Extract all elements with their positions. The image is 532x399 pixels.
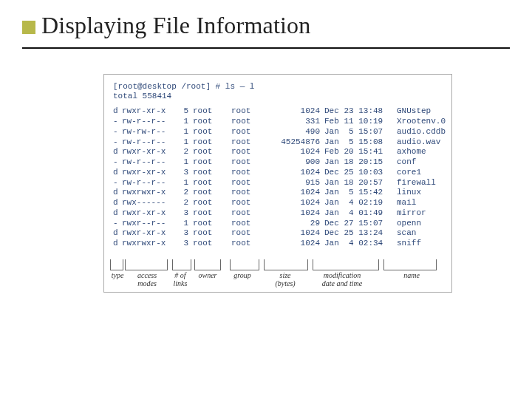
cell-perm: rw-rw-r-- xyxy=(120,127,172,137)
cell-name: conf xyxy=(392,157,443,168)
cell-name: audio.wav xyxy=(392,137,443,148)
label-perm: access modes xyxy=(126,271,168,287)
cell-group: root xyxy=(222,117,271,127)
file-row: -rw-r--r--1rootroot900Jan 18 20:15conf xyxy=(113,157,443,168)
cell-group: root xyxy=(222,188,271,198)
cell-name: mail xyxy=(392,198,443,208)
cell-date: Dec 25 13:24 xyxy=(320,228,392,239)
cell-group: root xyxy=(222,219,271,229)
cell-group: root xyxy=(222,106,271,117)
cell-perm: rwxr-xr-x xyxy=(120,147,172,157)
terminal-listing: [root@desktop /root] # ls — l total 5584… xyxy=(103,74,452,293)
cell-links: 1 xyxy=(172,219,188,229)
shell-prompt: [root@desktop /root] # ls — l xyxy=(113,82,443,92)
cell-type: d xyxy=(113,168,120,178)
cell-owner: root xyxy=(188,239,222,249)
cell-name: GNUstep xyxy=(392,106,443,117)
cell-owner: root xyxy=(188,168,222,178)
cell-size: 1024 xyxy=(271,239,320,249)
column-labels: type access modes # of links owner group… xyxy=(109,271,447,287)
cell-name: openn xyxy=(392,219,443,229)
cell-type: d xyxy=(113,228,120,239)
cell-group: root xyxy=(222,157,271,168)
cell-size: 331 xyxy=(271,117,320,127)
file-row: drwxr-xr-x3rootroot1024Dec 25 10:03core1 xyxy=(113,168,443,178)
cell-perm: rwxr-xr-x xyxy=(120,168,172,178)
cell-links: 3 xyxy=(172,168,188,178)
cell-group: root xyxy=(222,198,271,208)
file-row: drwxrwxr-x3rootroot1024Jan 4 02:34sniff xyxy=(113,239,443,249)
cell-name: mirror xyxy=(392,208,443,219)
cell-type: d xyxy=(113,106,120,117)
cell-name: audio.cddb xyxy=(392,127,446,137)
cell-size: 900 xyxy=(271,157,320,168)
total-line: total 558414 xyxy=(113,92,443,101)
file-row: -rw-r--r--1rootroot331Feb 11 10:19Xroote… xyxy=(113,117,443,127)
cell-name: linux xyxy=(392,188,443,198)
cell-type: - xyxy=(113,157,120,168)
cell-name: core1 xyxy=(392,168,443,178)
cell-perm: rwxr--r-- xyxy=(120,219,172,229)
cell-owner: root xyxy=(188,106,222,117)
cell-perm: rwx------ xyxy=(120,198,172,208)
cell-type: - xyxy=(113,219,120,229)
label-owner: owner xyxy=(193,271,222,287)
cell-links: 1 xyxy=(172,127,188,137)
cell-links: 2 xyxy=(172,188,188,198)
cell-name: firewall xyxy=(392,178,443,188)
cell-perm: rw-r--r-- xyxy=(120,117,172,127)
cell-size: 45254876 xyxy=(271,137,320,148)
cell-type: d xyxy=(113,208,120,219)
slide: Displaying File Information [root@deskto… xyxy=(0,0,532,399)
cell-links: 2 xyxy=(172,147,188,157)
cell-date: Jan 4 02:34 xyxy=(320,239,392,249)
cell-group: root xyxy=(222,147,271,157)
cell-links: 1 xyxy=(172,117,188,127)
label-name: name xyxy=(376,271,447,287)
cell-owner: root xyxy=(188,117,222,127)
cell-owner: root xyxy=(188,208,222,219)
file-row: drwxr-xr-x5rootroot1024Dec 23 13:48GNUst… xyxy=(113,106,443,117)
cell-date: Jan 4 01:49 xyxy=(320,208,392,219)
cell-owner: root xyxy=(188,198,222,208)
cell-group: root xyxy=(222,228,271,239)
cell-perm: rwxr-xr-x xyxy=(120,208,172,219)
file-row: -rw-r--r--1rootroot45254876Jan 5 15:08au… xyxy=(113,137,443,148)
cell-date: Jan 5 15:42 xyxy=(320,188,392,198)
cell-date: Jan 18 20:57 xyxy=(320,178,392,188)
file-row: drwx------2rootroot1024Jan 4 02:19mail xyxy=(113,198,443,208)
file-row: drwxr-xr-x3rootroot1024Dec 25 13:24scan xyxy=(113,228,443,239)
cell-size: 1024 xyxy=(271,208,320,219)
cell-size: 915 xyxy=(271,178,320,188)
cell-links: 1 xyxy=(172,178,188,188)
cell-perm: rw-r--r-- xyxy=(120,157,172,168)
cell-type: - xyxy=(113,137,120,148)
cell-group: root xyxy=(222,208,271,219)
cell-date: Feb 20 15:41 xyxy=(320,147,392,157)
cell-size: 1024 xyxy=(271,228,320,239)
cell-date: Jan 5 15:08 xyxy=(320,137,392,148)
cell-date: Dec 25 10:03 xyxy=(320,168,392,178)
cell-owner: root xyxy=(188,127,222,137)
cell-size: 1024 xyxy=(271,188,320,198)
cell-size: 1024 xyxy=(271,198,320,208)
cell-size: 490 xyxy=(271,127,320,137)
cell-owner: root xyxy=(188,219,222,229)
cell-name: scan xyxy=(392,228,443,239)
file-row: -rw-rw-r--1rootroot490Jan 5 15:07audio.c… xyxy=(113,127,443,137)
cell-group: root xyxy=(222,127,271,137)
cell-date: Jan 4 02:19 xyxy=(320,198,392,208)
cell-perm: rwxrwxr-x xyxy=(120,239,172,249)
file-row: -rwxr--r--1rootroot29Dec 27 15:07openn xyxy=(113,219,443,229)
title-underline xyxy=(22,47,510,49)
cell-type: d xyxy=(113,239,120,249)
label-group: group xyxy=(222,271,262,287)
cell-type: d xyxy=(113,188,120,198)
file-row: -rw-r--r--1rootroot915Jan 18 20:57firewa… xyxy=(113,178,443,188)
cell-links: 1 xyxy=(172,137,188,148)
cell-links: 3 xyxy=(172,208,188,219)
cell-date: Dec 27 15:07 xyxy=(320,219,392,229)
cell-date: Dec 23 13:48 xyxy=(320,106,392,117)
cell-size: 1024 xyxy=(271,168,320,178)
cell-date: Jan 18 20:15 xyxy=(320,157,392,168)
